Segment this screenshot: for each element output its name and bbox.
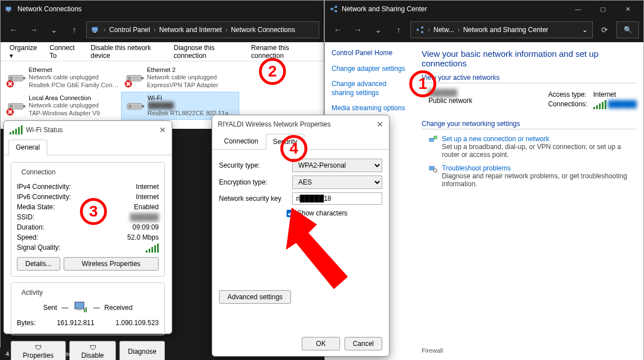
- network-key-input[interactable]: [292, 192, 382, 205]
- row-label: IPv6 Connectivity:: [17, 193, 71, 201]
- setup-connection-desc: Set up a broadband, dial-up, or VPN conn…: [442, 143, 637, 159]
- connection-link[interactable]: ██████: [608, 100, 637, 109]
- network-key-label: Network security key: [219, 195, 287, 202]
- adapter-icon: [5, 94, 29, 117]
- row-value: 52.0 Mbps: [127, 233, 159, 241]
- close-button[interactable]: ✕: [377, 120, 383, 129]
- cancel-button[interactable]: Cancel: [345, 337, 382, 350]
- adapter-status: Network cable unplugged: [29, 102, 100, 109]
- back-button[interactable]: ←: [5, 21, 22, 38]
- svg-rect-12: [141, 77, 144, 79]
- group-label: Activity: [19, 289, 45, 296]
- rename-button[interactable]: Rename this connection: [245, 40, 320, 63]
- setup-connection-link[interactable]: Set up a new connection or network: [442, 135, 637, 143]
- connections-label: Connections:: [548, 100, 593, 109]
- minimize-button[interactable]: —: [567, 2, 589, 16]
- adapter-icon: [123, 66, 147, 89]
- address-bar[interactable]: › Control Panel› Network and Internet› N…: [86, 21, 319, 38]
- wifi-status-dialog: Wi-Fi Status ✕ General Connection IPv4 C…: [3, 120, 172, 334]
- security-type-select[interactable]: WPA2-Personal: [292, 159, 382, 172]
- side-link-advanced[interactable]: Change advanced sharing settings: [332, 80, 408, 97]
- annotation-1: 1: [409, 70, 436, 97]
- diagnose-button[interactable]: Diagnose: [119, 341, 165, 360]
- recent-button[interactable]: ⌄: [370, 21, 387, 38]
- details-button[interactable]: Details...: [17, 257, 60, 271]
- up-button[interactable]: ↑: [390, 21, 407, 38]
- section-active-networks: View your active networks: [422, 74, 637, 83]
- properties-button[interactable]: 🛡 Properties: [11, 341, 66, 360]
- svg-rect-1: [7, 11, 10, 12]
- back-button[interactable]: ←: [329, 21, 346, 38]
- adapter-item[interactable]: Ethernet 2Network cable unpluggedExpress…: [121, 64, 239, 92]
- side-pane: Control Panel Home Change adapter settin…: [325, 42, 415, 127]
- row-label: IPv4 Connectivity:: [17, 183, 71, 191]
- side-link-media[interactable]: Media streaming options: [332, 104, 408, 113]
- disable-device-button[interactable]: Disable this network device: [85, 40, 168, 63]
- disable-button[interactable]: 🛡 Disable: [69, 341, 117, 360]
- show-characters-label: Show characters: [297, 209, 347, 217]
- connect-to-button[interactable]: Connect To: [44, 40, 85, 63]
- search-box[interactable]: 🔍: [616, 21, 639, 38]
- up-button[interactable]: ↑: [66, 21, 83, 38]
- advanced-settings-button[interactable]: Advanced settings: [219, 290, 291, 304]
- sent-label: Sent: [43, 304, 57, 312]
- tab-connection[interactable]: Connection: [217, 133, 266, 149]
- encryption-type-select[interactable]: AES: [292, 176, 382, 189]
- address-bar[interactable]: › Netw...› Network and Sharing Center ⌄: [410, 21, 593, 38]
- received-label: Received: [104, 304, 132, 312]
- wireless-properties-button[interactable]: Wireless Properties: [64, 257, 159, 271]
- window-title: Network Connections: [17, 5, 82, 13]
- troubleshoot-link[interactable]: Troubleshoot problems: [442, 164, 637, 172]
- show-characters-checkbox[interactable]: [287, 210, 294, 217]
- adapter-item[interactable]: EthernetNetwork cable unpluggedRealtek P…: [3, 64, 121, 92]
- maximize-button[interactable]: ▢: [592, 2, 614, 16]
- organize-menu[interactable]: Organize ▾: [4, 40, 44, 63]
- svg-rect-21: [133, 105, 141, 108]
- recent-button[interactable]: ⌄: [46, 21, 62, 38]
- chevron-down-icon[interactable]: ⌄: [582, 26, 588, 34]
- svg-point-27: [421, 26, 423, 29]
- ok-button[interactable]: OK: [302, 337, 339, 350]
- dialog-title-bar: Wi-Fi Status ✕: [4, 121, 172, 139]
- bytes-sent: 161.912.811: [57, 319, 95, 327]
- see-also-firewall[interactable]: Firewall: [422, 347, 443, 354]
- dialog-title: RIYALDI Wireless Network Properties: [218, 120, 331, 128]
- window-icon: [5, 4, 14, 14]
- crumb[interactable]: Netw...: [433, 26, 454, 34]
- close-button[interactable]: ✕: [616, 2, 639, 16]
- activity-group: Activity Sent — — Received Bytes:161.912…: [11, 282, 165, 335]
- svg-rect-20: [128, 105, 132, 108]
- adapter-name: Ethernet: [29, 66, 119, 74]
- row-label: SSID:: [17, 213, 34, 221]
- crumb[interactable]: Network Connections: [231, 26, 295, 34]
- side-link-adapter[interactable]: Change adapter settings: [332, 65, 408, 74]
- adapter-desc: TAP-Windows Adapter V9: [29, 110, 100, 117]
- close-button[interactable]: ✕: [159, 125, 166, 134]
- row-value: Internet: [136, 183, 159, 191]
- window-title: Network and Sharing Center: [342, 5, 427, 13]
- adapter-desc: Realtek PCIe GbE Family Controller: [29, 82, 119, 89]
- network-type: Public network: [428, 97, 472, 105]
- refresh-button[interactable]: ⟳: [596, 21, 613, 38]
- main-pane: View your basic network information and …: [415, 42, 643, 200]
- crumb[interactable]: Network and Internet: [159, 26, 222, 34]
- adapter-icon: [5, 66, 29, 89]
- side-link-home[interactable]: Control Panel Home: [332, 49, 408, 58]
- forward-button[interactable]: →: [25, 21, 42, 38]
- row-label: Speed:: [17, 233, 38, 241]
- diagnose-button[interactable]: Diagnose this connection: [168, 40, 245, 63]
- page-header: View your basic network information and …: [422, 49, 637, 68]
- window-icon: [329, 4, 338, 14]
- forward-button[interactable]: →: [350, 21, 366, 38]
- crumb[interactable]: Network and Sharing Center: [463, 26, 548, 34]
- adapter-name: Wi-Fi: [147, 94, 236, 102]
- adapter-name: Ethernet 2: [147, 66, 218, 74]
- crumb[interactable]: Control Panel: [109, 26, 150, 34]
- group-label: Connection: [19, 168, 58, 176]
- encryption-type-label: Encryption type:: [219, 178, 287, 186]
- row-value: Enabled: [134, 203, 159, 211]
- adapter-item[interactable]: Local Area ConnectionNetwork cable unplu…: [3, 92, 121, 120]
- svg-text:+: +: [435, 136, 437, 139]
- tab-general[interactable]: General: [8, 140, 47, 155]
- annotation-4: 4: [280, 135, 307, 162]
